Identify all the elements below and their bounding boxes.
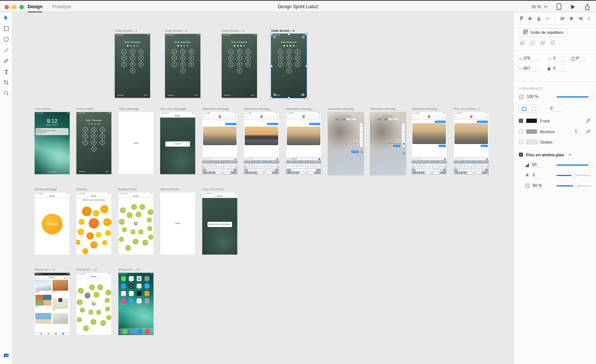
bubble-messages[interactable]: Messages [89,218,99,229]
artboard-video-message[interactable]: Video-MessageVideo [118,112,153,174]
blur-brightness-slider[interactable] [557,175,591,176]
boolean-exclude-button[interactable] [550,40,555,46]
artboard-code-screen-3[interactable]: Code Screen – 3●●●●● Orange 4G89 %Enter … [222,34,257,98]
selection-handle[interactable] [288,97,290,99]
app-messages[interactable]: Messages [121,276,126,282]
window-controls[interactable] [4,5,24,9]
lock-aspect-toggle[interactable] [546,64,550,74]
artboard-frame[interactable]: ●●●●● Orange 4G89 %Enter Passcode12ABC3D… [222,34,257,98]
close-window-button[interactable] [4,5,9,9]
artboard-tool[interactable] [0,77,12,88]
dock-music[interactable] [145,329,150,334]
artboard-interaction-message[interactable]: Interaction-Message●●●●● 9:41 AM100 %‹Er… [202,112,237,174]
bubble-markup[interactable]: Markup [77,317,82,322]
artboard-label[interactable]: Code Screen – 1 [115,29,137,32]
bubble-wallet[interactable]: Wallet [105,230,111,236]
album-item[interactable]: Places9 [53,295,69,312]
artboard-interaction-messag[interactable]: Interaction-Messag...Send with effectBub… [328,112,364,175]
dock-safari[interactable] [130,329,135,334]
album-item[interactable]: People231 [35,295,51,312]
artboard-frame[interactable]: ●●●●● Orange 4G89 %Messages10CalendarPho… [118,273,153,335]
width-field[interactable]: 375 [523,56,540,61]
artboard-bubble-message[interactable]: Bubble-Message●●●●● Orange 4G89 %My Tips… [35,192,70,255]
select-tool[interactable] [0,12,12,23]
artboard-label[interactable]: Interaction-Messag... [370,107,398,111]
artboard-label[interactable]: Video-Message [118,107,139,111]
album-item[interactable]: Favourites141 [53,280,69,294]
artboard-interaction-messag[interactable]: Interaction-Messag...●●●●● 9:41 AM100 %‹… [412,112,447,174]
bubble-share[interactable]: Share [91,319,96,325]
bubble-enhancing[interactable]: Enhancing [125,245,131,251]
tab-icon[interactable] [41,333,42,335]
bubble-calendar[interactable]: Calendar [90,241,98,249]
audio-button[interactable] [444,158,446,160]
boolean-add-button[interactable] [520,40,525,46]
shadow-checkbox[interactable] [519,140,523,144]
artboard-label[interactable]: Code Screen – 2 [165,29,187,32]
effect-radio[interactable] [403,125,404,127]
corner-radius-uniform-button[interactable] [519,105,529,112]
message-input[interactable]: Message [207,158,234,160]
message-input[interactable]: Awesome!| [291,158,318,160]
opacity-slider[interactable] [557,96,591,98]
bubble-edit[interactable]: Edit [105,298,110,303]
bubble-siri[interactable]: Siri [102,240,107,245]
artboard-frame[interactable]: ●●●●● Orange 4G89 %Enter Passcode12ABC3D… [165,34,200,98]
artboard-label[interactable]: Bubble-Message [35,188,57,191]
selection-anchor-dot[interactable] [302,36,304,38]
bubble-places[interactable]: Places [127,212,133,218]
blur-brightness-field[interactable]: 0 [533,173,545,178]
artboard-frame[interactable]: ●●●●● Orange 4G89 %Enter Passcode12ABC3D… [76,112,111,174]
border-swatch[interactable] [526,129,537,134]
zoom-level-dropdown[interactable]: 31 % [532,4,548,9]
tab-prototype[interactable]: Prototype [52,1,71,12]
repeat-grid-button[interactable]: Grille de répétition [519,28,568,36]
bubble-mail[interactable]: Mail [100,205,108,213]
app-stocks[interactable]: Stocks [137,291,142,297]
line-tool[interactable] [0,45,12,55]
app-photos[interactable]: Photos [137,276,142,282]
bubble-music[interactable]: Music [93,210,99,217]
bubble-cast[interactable]: Cast [148,209,153,215]
artboard-interaction-messag[interactable]: Interaction-Messag...●●●●● 9:41 AM100 %‹… [244,112,279,174]
opacity-field[interactable]: 100 % [527,94,540,99]
app-camera[interactable]: Camera [145,276,149,282]
artboard-code-screen-1[interactable]: Code Screen – 1●●●●● Orange 4G89 %Enter … [115,34,150,98]
bubble-filter[interactable]: Filter [89,284,95,290]
border-checkbox[interactable] [519,130,523,134]
artboard-your-turn-message[interactable]: Your Turn-Message●●●●● Orange 4G89 %My T… [160,112,195,174]
album-item[interactable]: All Photos13 564 [35,280,51,294]
align-right-button[interactable] [577,16,583,21]
canvas[interactable]: Code Screen – 1●●●●● Orange 4G89 %Enter … [12,12,513,364]
effect-radio[interactable] [361,125,362,127]
send-effect-button[interactable]: ↑ [403,143,405,145]
bubble-markup[interactable]: Markup [119,237,124,242]
bubble-cast[interactable]: Cast [105,290,111,296]
artboard-label[interactable]: Lock Screen [35,107,51,111]
align-top-button[interactable] [519,16,524,21]
artboard-frame[interactable]: ●●●●● 9:41 AM100 %‹EricaⓘiMessageToday 1… [244,112,279,174]
artboard-label[interactable]: iPhone 6/7 – 12 [76,268,97,271]
fill-checkbox[interactable]: ✓ [519,119,523,123]
bubble-saturation[interactable]: Saturation [119,219,125,225]
app-clock[interactable]: Clock [129,284,134,290]
artboard-code-screen[interactable]: Code Screen●●●●● Orange 4G89 %Enter Pass… [76,112,111,174]
bubble-shadows[interactable]: Shadows [130,229,136,234]
rectangle-tool[interactable] [0,23,12,34]
send-button[interactable]: ↑ [318,158,320,160]
tab-icon[interactable] [55,333,57,335]
align-center-horizontal-button[interactable] [569,16,574,21]
bubble-edit[interactable]: Edit [147,217,152,223]
audio-button[interactable] [276,158,278,160]
selection-anchor-dot[interactable] [302,93,304,96]
bubble-store[interactable]: Store [122,227,127,232]
artboard-label[interactable]: Albums-Photo [160,188,179,191]
align-bottom-button[interactable] [536,16,542,21]
artboard-frame[interactable]: Send with effectBubbleScreenSLAMLOUDGENT… [328,112,364,175]
minimize-window-button[interactable] [12,5,16,9]
effect-radio[interactable] [361,143,362,144]
app-weather[interactable]: Weather [121,284,126,290]
artboard-label[interactable]: Bubble-Photo [118,188,136,191]
close-effect-button[interactable]: ✕ [403,152,405,154]
bubble-enhancing[interactable]: Enhancing [83,325,89,331]
